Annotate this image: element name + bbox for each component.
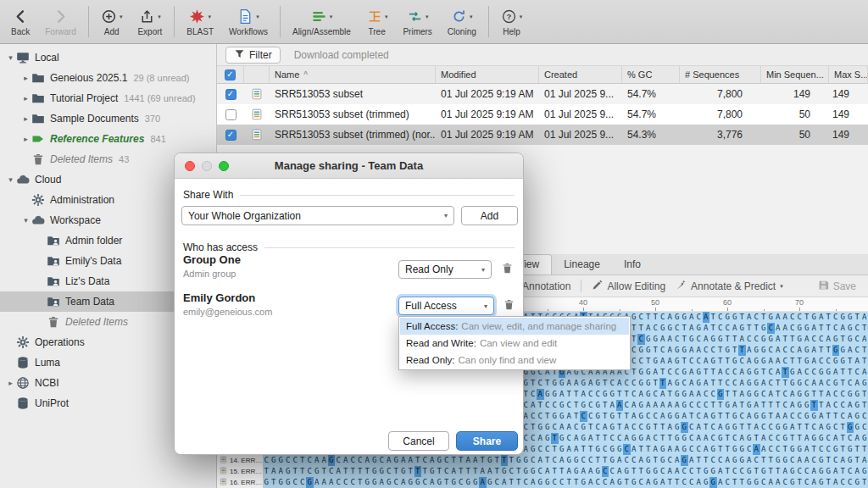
column-header-sequences[interactable]: # Sequences [680,66,761,83]
nucleotide: A [659,400,667,411]
column-header-modified[interactable]: Modified [436,66,539,83]
column-header-created[interactable]: Created [539,66,622,83]
chevron-down-icon[interactable]: ▾ [5,53,16,62]
toolbar-button-export[interactable]: ▾Export [130,0,170,43]
nucleotide: C [645,411,653,422]
column-header-label: % GC [627,69,652,80]
feature-icon [31,132,45,146]
toolbar-button-primers[interactable]: ▾Primers [395,0,439,43]
nucleotide: G [565,455,573,466]
save-button[interactable]: Save [818,280,856,293]
table-row[interactable]: ✓SRR513053 subset01 Jul 2025 9:19 AM01 J… [217,84,868,104]
access-level-select-group-one[interactable]: Read Only ▾ [398,260,492,279]
nucleotide: T [666,433,674,444]
zoom-button[interactable] [219,161,229,171]
column-header-max[interactable]: Max S... [829,66,868,83]
toolbar-button-tree[interactable]: ▾Tree [359,0,396,43]
nucleotide: A [479,477,487,488]
chevron-right-icon[interactable]: ▸ [20,94,31,103]
row-checkbox[interactable]: ✓ [225,89,236,100]
chevron-right-icon[interactable]: ▸ [20,114,31,123]
nucleotide: T [493,466,501,477]
nucleotide: G [804,323,811,334]
chevron-right-icon[interactable]: ▸ [20,74,31,82]
nucleotide: A [825,389,832,400]
chevron-right-icon[interactable]: ▸ [20,135,31,143]
nucleotide: T [861,323,868,334]
filter-button[interactable]: Filter [225,47,281,64]
annotate-predict-button[interactable]: Annotate & Predict ▾ [676,280,783,293]
toolbar-button-forward[interactable]: Forward [37,0,84,43]
sequence-row[interactable]: 14. ERR100...CGGCCTCAAGCACCAGCAGAATCAGCT… [217,455,868,466]
add-button[interactable]: Add [461,206,518,225]
sidebar-item-local[interactable]: ▾Local [0,47,216,68]
toolbar-button-label: Cloning [448,27,476,36]
sidebar-item-reference-features[interactable]: ▸Reference Features841 [0,129,216,149]
allow-editing-button[interactable]: Allow Editing [592,280,665,293]
sequence-row[interactable]: 15. ERR100...TAAGTTCGTCATTTTGGCTGTTTGTCA… [217,466,868,477]
toolbar-button-blast[interactable]: ▾BLAST [179,0,221,43]
table-row[interactable]: SRR513053 subset (trimmed)01 Jul 2025 9:… [217,104,868,125]
minimize-button[interactable] [202,161,212,171]
nucleotide: G [854,411,861,422]
nucleotide: T [825,477,832,488]
dialog-titlebar[interactable]: Manage sharing - Team Data [175,153,523,179]
share-with-select[interactable]: Your Whole Organization ▾ [181,206,454,225]
column-header-check[interactable]: ✓ [217,66,244,83]
remove-access-button[interactable] [499,297,518,314]
cell-check [217,109,244,120]
nucleotide: G [782,455,789,466]
sidebar-item-tutorial-project[interactable]: ▸Tutorial Project1441 (69 unread) [0,88,216,108]
nucleotide: T [861,444,868,455]
chevron-down-icon[interactable]: ▾ [20,216,31,225]
toolbar-button-help[interactable]: ?▾Help [493,0,531,43]
column-header-min[interactable]: Min Sequen... [761,66,829,83]
menu-item-full-access[interactable]: Full Access:Can view, edit, and manage s… [400,318,629,335]
nucleotide: T [580,444,587,455]
nucleotide: G [580,378,587,389]
select-all-checkbox[interactable]: ✓ [225,69,236,80]
nucleotide: A [810,466,818,477]
column-header-gc[interactable]: % GC [622,66,680,83]
nucleotide: A [839,455,847,466]
nucleotide: C [724,323,732,334]
cancel-button[interactable]: Cancel [388,431,449,451]
tab-lineage[interactable]: Lineage [552,255,612,274]
toolbar-button-add[interactable]: ▾Add [93,0,131,43]
nucleotide: A [810,477,818,488]
sidebar-item-geneious-2025-1[interactable]: ▸Geneious 2025.129 (8 unread) [0,68,216,88]
menu-item-read-only[interactable]: Read Only:Can only find and view [400,352,629,369]
toolbar-button-workflows[interactable]: ▾Workflows [221,0,275,43]
nucleotide: G [559,400,566,411]
nucleotide: G [810,411,818,422]
nucleotide: G [681,400,688,411]
remove-access-button[interactable] [498,261,516,278]
chevron-down-icon[interactable]: ▾ [5,175,16,184]
chevron-right-icon[interactable]: ▸ [5,379,16,387]
sequence-row[interactable]: 16. ERR100...GTGGCCGAAACCCTGGAGCAGGCAGTG… [217,477,868,488]
sidebar-item-sample-documents[interactable]: ▸Sample Documents370 [0,108,216,129]
nucleotide: C [818,444,826,455]
nucleotide: T [753,433,760,444]
row-checkbox[interactable] [225,109,236,120]
share-button[interactable]: Share [456,431,518,451]
nucleotide: C [732,466,739,477]
column-header-icon[interactable] [244,66,270,83]
access-level-select-emily[interactable]: Full Access ▾ [398,297,494,315]
nucleotide: C [544,444,552,455]
sequence-icon [220,467,227,476]
nucleotide: A [804,444,811,455]
table-row[interactable]: ✓SRR513053 subset (trimmed) (nor...01 Ju… [217,125,868,145]
column-header-name[interactable]: Name^ [270,66,436,83]
nucleotide: C [299,477,307,488]
close-button[interactable] [185,161,195,171]
menu-item-read-and-write[interactable]: Read and Write:Can view and edit [400,335,629,352]
item-count: 370 [145,114,160,124]
row-checkbox[interactable]: ✓ [225,130,236,141]
toolbar-button-cloning[interactable]: ▾Cloning [440,0,484,43]
sidebar-item-label: Sample Documents [50,113,139,125]
toolbar-button-align-assemble[interactable]: ▾Align/Assemble [285,0,359,43]
toolbar-button-back[interactable]: Back [3,0,37,43]
nucleotide: G [789,466,797,477]
tab-info[interactable]: Info [612,255,653,274]
